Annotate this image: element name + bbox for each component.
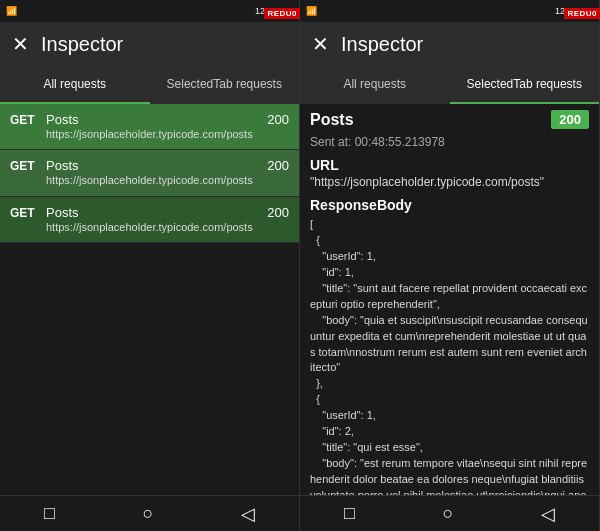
right-inspector-title: Inspector	[341, 33, 423, 56]
left-status-icons: 📶	[6, 6, 17, 16]
request-name-1: Posts	[46, 158, 257, 173]
request-status-0: 200	[261, 112, 289, 127]
request-item-2[interactable]: GET Posts https://jsonplaceholder.typico…	[0, 197, 299, 243]
request-name-2: Posts	[46, 205, 257, 220]
request-method-0: GET	[10, 113, 42, 127]
left-bottom-nav: □ ○ ◁	[0, 495, 299, 531]
right-url-value: "https://jsonplaceholder.typicode.com/po…	[300, 175, 599, 193]
right-bottom-nav: □ ○ ◁	[300, 495, 599, 531]
left-requests-list[interactable]: GET Posts https://jsonplaceholder.typico…	[0, 104, 299, 495]
request-url-2: https://jsonplaceholder.typicode.com/pos…	[46, 220, 257, 234]
left-tab-all-requests[interactable]: All requests	[0, 66, 150, 104]
request-info-1: Posts https://jsonplaceholder.typicode.c…	[46, 158, 257, 187]
left-nav-circle[interactable]: ○	[143, 503, 154, 524]
right-close-button[interactable]: ✕	[312, 34, 329, 54]
request-url-0: https://jsonplaceholder.typicode.com/pos…	[46, 127, 257, 141]
right-status-icons-text: 📶	[306, 6, 317, 16]
request-url-1: https://jsonplaceholder.typicode.com/pos…	[46, 173, 257, 187]
right-detail-title: Posts	[310, 111, 354, 129]
right-status-icons: 📶	[306, 6, 317, 16]
right-status-bar: 📶 12:49 AM	[300, 0, 599, 22]
right-url-label: URL	[300, 153, 599, 175]
request-method-2: GET	[10, 206, 42, 220]
left-phone-panel: 📶 12:49 AM ✕ Inspector All requests Sele…	[0, 0, 300, 531]
right-phone-panel: 📶 12:49 AM ✕ Inspector All requests Sele…	[300, 0, 600, 531]
request-info-2: Posts https://jsonplaceholder.typicode.c…	[46, 205, 257, 234]
request-status-2: 200	[261, 205, 289, 220]
right-top-bar: ✕ Inspector	[300, 22, 599, 66]
right-tabs-bar: All requests SelectedTab requests	[300, 66, 599, 104]
request-item-0[interactable]: GET Posts https://jsonplaceholder.typico…	[0, 104, 299, 150]
request-status-1: 200	[261, 158, 289, 173]
right-tab-selected[interactable]: SelectedTab requests	[450, 66, 600, 104]
right-red-label: REDU0	[564, 8, 600, 19]
request-method-1: GET	[10, 159, 42, 173]
left-close-button[interactable]: ✕	[12, 34, 29, 54]
right-nav-square[interactable]: □	[344, 503, 355, 524]
request-item-1[interactable]: GET Posts https://jsonplaceholder.typico…	[0, 150, 299, 196]
right-response-label: ResponseBody	[300, 193, 599, 215]
left-status-bar: 📶 12:49 AM	[0, 0, 299, 22]
right-status-badge: 200	[551, 110, 589, 129]
request-info-0: Posts https://jsonplaceholder.typicode.c…	[46, 112, 257, 141]
right-sent-at: Sent at: 00:48:55.213978	[300, 133, 599, 153]
left-tab-selected[interactable]: SelectedTab requests	[150, 66, 300, 104]
left-top-bar: ✕ Inspector	[0, 22, 299, 66]
left-red-label: REDU0	[264, 8, 300, 19]
right-detail-header: Posts 200	[300, 104, 599, 133]
right-nav-triangle[interactable]: ◁	[541, 503, 555, 525]
right-nav-circle[interactable]: ○	[443, 503, 454, 524]
left-nav-triangle[interactable]: ◁	[241, 503, 255, 525]
right-tab-all-requests[interactable]: All requests	[300, 66, 450, 104]
left-nav-square[interactable]: □	[44, 503, 55, 524]
left-status-icons-text: 📶	[6, 6, 17, 16]
left-tabs-bar: All requests SelectedTab requests	[0, 66, 299, 104]
right-response-body[interactable]: [ { "userId": 1, "id": 1, "title": "sunt…	[300, 215, 599, 495]
request-name-0: Posts	[46, 112, 257, 127]
left-inspector-title: Inspector	[41, 33, 123, 56]
